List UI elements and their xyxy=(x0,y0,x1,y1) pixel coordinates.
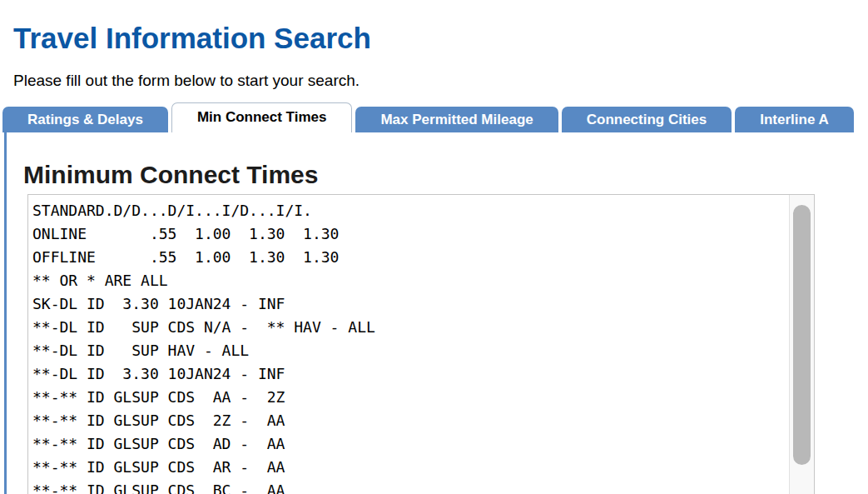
tab-ratings-delays[interactable]: Ratings & Delays xyxy=(2,107,168,132)
tab-min-connect-times[interactable]: Min Connect Times xyxy=(171,102,353,132)
scrollbar-thumb[interactable] xyxy=(793,205,811,465)
min-connect-times-output-text[interactable]: STANDARD.D/D...D/I...I/D...I/I. ONLINE .… xyxy=(28,195,789,494)
section-heading: Minimum Connect Times xyxy=(23,162,868,187)
page-title: Travel Information Search xyxy=(13,22,868,55)
tab-panel-min-connect-times: Minimum Connect Times STANDARD.D/D...D/I… xyxy=(4,132,868,494)
tab-bar: Ratings & Delays Min Connect Times Max P… xyxy=(2,102,868,132)
scrollbar-track[interactable] xyxy=(789,195,814,494)
page-subtitle: Please fill out the form below to start … xyxy=(13,72,868,90)
tab-max-permitted-mileage[interactable]: Max Permitted Mileage xyxy=(355,107,558,132)
tab-interline-agreements[interactable]: Interline A xyxy=(735,107,854,132)
min-connect-times-output-box: STANDARD.D/D...D/I...I/D...I/I. ONLINE .… xyxy=(27,194,815,494)
tab-connecting-cities[interactable]: Connecting Cities xyxy=(562,107,732,132)
